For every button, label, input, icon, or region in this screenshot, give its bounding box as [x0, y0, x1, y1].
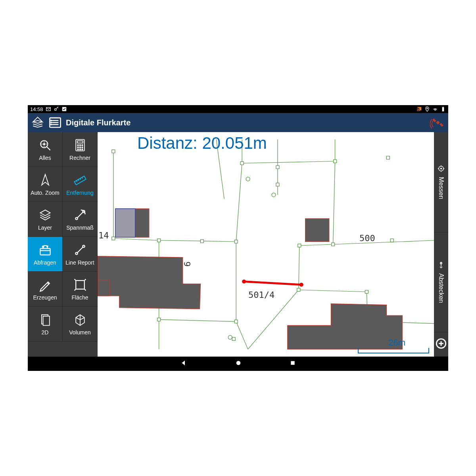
- svg-rect-65: [276, 165, 279, 169]
- svg-rect-51: [112, 150, 115, 153]
- tool-abstecken[interactable]: Abstecken: [434, 232, 448, 333]
- wifi-icon: [432, 106, 438, 112]
- svg-point-24: [77, 144, 79, 146]
- nav-recent[interactable]: [290, 360, 296, 368]
- svg-point-32: [82, 149, 83, 150]
- svg-rect-41: [40, 248, 50, 255]
- svg-rect-75: [305, 219, 329, 242]
- list-icon[interactable]: [48, 116, 62, 129]
- tool-erzeugen[interactable]: Erzeugen: [28, 272, 63, 307]
- svg-rect-77: [98, 280, 109, 296]
- stake-icon: [438, 261, 445, 270]
- right-toolbar: Messen Abstecken: [434, 132, 448, 357]
- svg-rect-52: [112, 237, 115, 240]
- svg-rect-4: [443, 107, 443, 107]
- app-header: Digitale Flurkarte: [28, 113, 448, 132]
- battery-icon: [440, 106, 446, 112]
- svg-rect-23: [77, 141, 83, 143]
- svg-rect-92: [291, 361, 294, 365]
- svg-rect-59: [297, 288, 300, 292]
- svg-rect-50: [43, 316, 49, 325]
- tool-volumen[interactable]: Volumen: [63, 307, 98, 342]
- map-canvas[interactable]: Distanz: 20.051m 14 6 500 501/4 26m: [98, 132, 434, 357]
- svg-line-16: [47, 147, 50, 150]
- svg-point-71: [228, 335, 232, 339]
- svg-point-30: [77, 149, 79, 150]
- svg-rect-68: [157, 318, 161, 321]
- svg-rect-66: [276, 183, 279, 186]
- tool-label: 2D: [42, 329, 49, 336]
- svg-rect-61: [386, 156, 390, 159]
- span-measure-icon: [73, 208, 87, 222]
- tool-label: Alles: [39, 155, 51, 161]
- tool-flaeche[interactable]: Fläche: [63, 272, 98, 307]
- svg-rect-54: [234, 240, 238, 243]
- android-nav-bar: [28, 357, 448, 371]
- area-icon: [73, 278, 87, 292]
- tool-entfernung[interactable]: Entfernung: [63, 167, 98, 202]
- content-area: Alles Rechner Auto. Zoom Entfernung: [28, 132, 448, 357]
- svg-point-25: [79, 144, 81, 146]
- tool-label: Fläche: [71, 294, 88, 301]
- tool-layer[interactable]: Layer: [28, 202, 63, 237]
- svg-rect-58: [298, 244, 301, 247]
- svg-point-7: [51, 120, 52, 121]
- svg-rect-55: [240, 161, 244, 165]
- nav-back[interactable]: [180, 359, 187, 369]
- tool-label: Layer: [38, 225, 52, 231]
- app-logo-icon[interactable]: [31, 116, 44, 129]
- satellite-icon[interactable]: [430, 115, 446, 131]
- tool-label: Line Report: [65, 259, 94, 266]
- line-report-icon: [73, 243, 87, 257]
- document-2d-icon: [38, 313, 52, 327]
- tool-abfragen[interactable]: Abfragen: [28, 237, 63, 272]
- tool-label: Spannmaß: [66, 225, 93, 231]
- tool-label: Abfragen: [34, 259, 56, 266]
- svg-point-69: [246, 177, 250, 181]
- parcel-label-500: 500: [359, 233, 375, 243]
- toolbox-icon: [38, 243, 52, 257]
- tool-rechner[interactable]: Rechner: [63, 132, 98, 167]
- svg-point-27: [77, 147, 79, 148]
- svg-point-79: [242, 280, 246, 284]
- scale-value: 26m: [388, 338, 405, 348]
- svg-point-17: [43, 143, 45, 145]
- tool-alles[interactable]: Alles: [28, 132, 63, 167]
- tool-2d[interactable]: 2D: [28, 307, 63, 342]
- svg-point-70: [272, 193, 276, 197]
- svg-rect-33: [74, 176, 86, 184]
- svg-rect-64: [200, 240, 203, 243]
- svg-point-80: [299, 283, 303, 287]
- svg-point-9: [51, 122, 52, 123]
- pencil-icon: [38, 278, 52, 292]
- svg-rect-53: [157, 239, 161, 242]
- status-bar: 14:58: [28, 105, 448, 113]
- svg-point-11: [51, 124, 52, 125]
- app-title: Digitale Flurkarte: [66, 118, 131, 127]
- tool-spannmass[interactable]: Spannmaß: [63, 202, 98, 237]
- tool-label: Entfernung: [66, 190, 94, 196]
- tool-label: Auto. Zoom: [31, 190, 59, 196]
- svg-rect-57: [332, 243, 335, 246]
- parcel-label-14: 14: [98, 230, 109, 240]
- svg-rect-62: [390, 239, 393, 242]
- plus-circle-icon: [436, 338, 447, 351]
- svg-line-40: [77, 212, 83, 217]
- svg-point-91: [236, 361, 241, 365]
- tool-line-report[interactable]: Line Report: [63, 237, 98, 272]
- tool-messen[interactable]: Messen: [434, 132, 448, 232]
- svg-rect-13: [432, 118, 436, 122]
- tool-add[interactable]: [434, 332, 448, 357]
- tool-label: Volumen: [69, 329, 90, 336]
- location-icon: [424, 106, 430, 112]
- cast-icon: [416, 106, 422, 112]
- svg-point-29: [82, 147, 83, 148]
- nav-home[interactable]: [235, 359, 242, 369]
- svg-point-31: [79, 149, 81, 150]
- svg-rect-3: [442, 107, 444, 111]
- right-label: Abstecken: [438, 273, 445, 303]
- tool-auto-zoom[interactable]: Auto. Zoom: [28, 167, 63, 202]
- left-toolbar: Alles Rechner Auto. Zoom Entfernung: [28, 132, 98, 357]
- svg-line-78: [244, 282, 301, 285]
- target-icon: [438, 165, 445, 174]
